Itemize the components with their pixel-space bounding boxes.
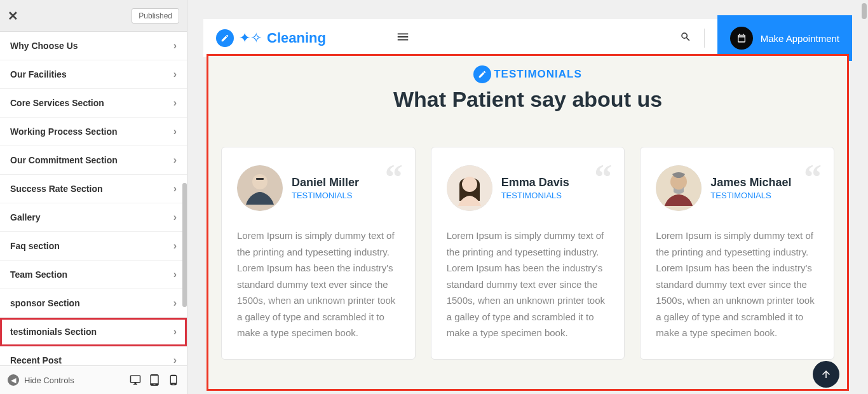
calendar-icon <box>730 27 753 50</box>
brand-text: Cleaning <box>267 30 326 46</box>
section-item-testimonials[interactable]: testimonials Section› <box>0 318 187 346</box>
section-label: Our Commitment Section <box>10 155 118 165</box>
scrollbar-thumb[interactable] <box>182 183 187 307</box>
section-item-gallery[interactable]: Gallery› <box>0 203 187 232</box>
section-item-sponsor[interactable]: sponsor Section› <box>0 289 187 318</box>
mobile-icon[interactable] <box>168 374 179 386</box>
section-label: Why Choose Us <box>10 41 78 51</box>
person-info: Daniel Miller TESTIMONIALS <box>292 176 400 200</box>
section-label: Core Services Section <box>10 98 104 108</box>
search-icon[interactable] <box>680 31 691 45</box>
chevron-right-icon: › <box>173 97 177 109</box>
svg-point-4 <box>462 177 477 192</box>
quote-icon: “ <box>385 168 403 186</box>
section-label: Our Facilities <box>10 69 67 79</box>
section-list: Why Choose Us› Our Facilities› Core Serv… <box>0 32 187 365</box>
divider <box>704 29 705 48</box>
section-label: testimonials Section <box>10 327 97 337</box>
person-name: Daniel Miller <box>292 176 400 189</box>
testimonials-section[interactable]: TESTIMONIALS What Patient say about us D… <box>207 54 849 391</box>
avatar <box>237 165 283 211</box>
customizer-panel: ✕ Published Why Choose Us› Our Facilitie… <box>0 0 187 394</box>
section-label: Faq section <box>10 241 60 251</box>
chevron-right-icon: › <box>173 355 177 365</box>
chevron-right-icon: › <box>173 240 177 252</box>
svg-point-1 <box>252 174 268 189</box>
testimonial-text: Lorem Ipsum is simply dummy text of the … <box>656 228 818 341</box>
section-item-why-choose-us[interactable]: Why Choose Us› <box>0 32 187 60</box>
chevron-right-icon: › <box>173 326 177 337</box>
card-head: James Michael TESTIMONIALS “ <box>656 165 818 211</box>
section-item-core-services[interactable]: Core Services Section› <box>0 89 187 118</box>
published-button[interactable]: Published <box>132 8 179 24</box>
chevron-right-icon: › <box>173 69 177 80</box>
chevron-right-icon: › <box>173 40 177 51</box>
testimonial-text: Lorem Ipsum is simply dummy text of the … <box>237 228 400 341</box>
panel-header: ✕ Published <box>0 0 187 32</box>
subtitle-text: TESTIMONIALS <box>494 68 582 81</box>
person-info: Emma Davis TESTIMONIALS <box>501 176 609 200</box>
section-item-our-commitment[interactable]: Our Commitment Section› <box>0 146 187 175</box>
testimonial-card: Daniel Miller TESTIMONIALS “ Lorem Ipsum… <box>221 147 416 360</box>
testimonial-card: James Michael TESTIMONIALS “ Lorem Ipsum… <box>640 147 834 360</box>
section-label: sponsor Section <box>10 298 80 308</box>
chevron-right-icon: › <box>173 212 177 223</box>
quote-icon: “ <box>594 168 612 186</box>
section-label: Gallery <box>10 212 40 222</box>
avatar <box>656 165 702 211</box>
site-logo[interactable]: ✦✧ Cleaning <box>239 30 326 46</box>
close-icon[interactable]: ✕ <box>8 8 18 24</box>
testimonial-card: Emma Davis TESTIMONIALS “ Lorem Ipsum is… <box>431 147 625 360</box>
sparkle-icon: ✦✧ <box>239 30 262 46</box>
panel-footer: ◀ Hide Controls <box>0 365 187 394</box>
person-name: Emma Davis <box>501 176 609 189</box>
card-head: Daniel Miller TESTIMONIALS “ <box>237 165 400 211</box>
testimonial-cards: Daniel Miller TESTIMONIALS “ Lorem Ipsum… <box>221 147 834 360</box>
site-header: ✦✧ Cleaning Make Appointment <box>203 19 852 57</box>
person-info: James Michael TESTIMONIALS <box>710 176 818 200</box>
section-item-working-process[interactable]: Working Process Section› <box>0 118 187 146</box>
hamburger-menu-icon[interactable] <box>396 30 410 46</box>
person-subtitle: TESTIMONIALS <box>710 191 818 200</box>
appointment-label: Make Appointment <box>761 33 839 44</box>
testimonial-text: Lorem Ipsum is simply dummy text of the … <box>447 228 609 341</box>
quote-icon: “ <box>804 168 822 186</box>
chevron-right-icon: › <box>173 183 177 194</box>
scroll-to-top-button[interactable] <box>813 361 839 388</box>
svg-rect-2 <box>256 178 264 180</box>
person-subtitle: TESTIMONIALS <box>292 191 400 200</box>
desktop-icon[interactable] <box>130 374 141 386</box>
section-item-our-facilities[interactable]: Our Facilities› <box>0 60 187 89</box>
section-item-recent-post[interactable]: Recent Post› <box>0 346 187 365</box>
avatar <box>447 165 492 211</box>
tablet-icon[interactable] <box>149 374 160 386</box>
section-label: Success Rate Section <box>10 184 103 194</box>
preview-scrollbar-thumb[interactable] <box>862 3 867 19</box>
section-title: What Patient say about us <box>221 87 834 112</box>
hide-controls-button[interactable]: ◀ Hide Controls <box>8 374 122 386</box>
section-subtitle: TESTIMONIALS <box>221 65 834 83</box>
edit-shortcut-icon[interactable] <box>473 65 491 83</box>
section-label: Recent Post <box>10 355 62 365</box>
chevron-right-icon: › <box>173 126 177 137</box>
edit-shortcut-icon[interactable] <box>216 29 234 47</box>
chevron-right-icon: › <box>173 269 177 280</box>
hide-controls-label: Hide Controls <box>24 376 74 385</box>
section-item-success-rate[interactable]: Success Rate Section› <box>0 175 187 203</box>
section-item-faq[interactable]: Faq section› <box>0 232 187 261</box>
section-label: Working Process Section <box>10 126 118 137</box>
person-name: James Michael <box>710 176 818 189</box>
section-item-team[interactable]: Team Section› <box>0 261 187 289</box>
chevron-right-icon: › <box>173 154 177 166</box>
chevron-right-icon: › <box>173 297 177 309</box>
preview-area: ✦✧ Cleaning Make Appointment TESTIMON <box>187 0 868 394</box>
card-head: Emma Davis TESTIMONIALS “ <box>447 165 609 211</box>
section-label: Team Section <box>10 269 67 280</box>
collapse-icon: ◀ <box>8 374 19 386</box>
person-subtitle: TESTIMONIALS <box>501 191 609 200</box>
